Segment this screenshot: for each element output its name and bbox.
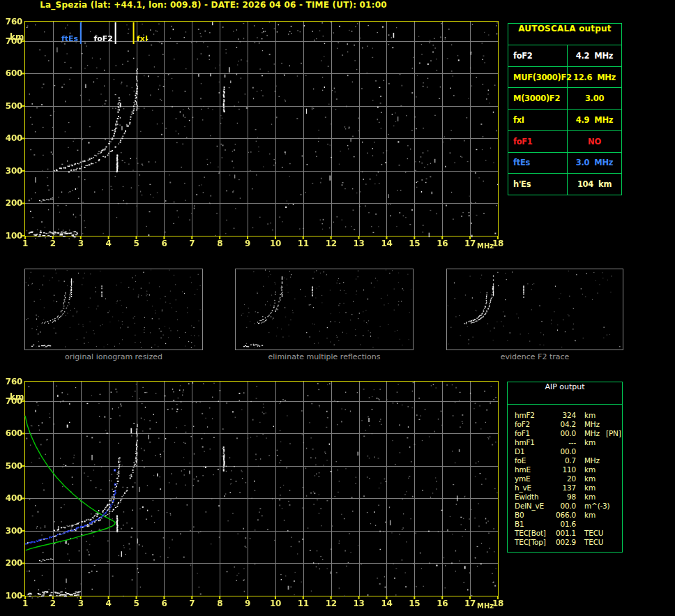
x-axis-tick-label: 2 (45, 239, 61, 248)
autoscala-row: M(3000)F23.00 (508, 88, 621, 110)
parameter-name: hmF2 (515, 411, 551, 419)
parameter-unit: MHz (594, 158, 613, 167)
x-axis-tick-label: 9 (240, 599, 255, 608)
parameter-name: Ewidth (515, 493, 551, 501)
parameter-unit: TECU (584, 538, 606, 546)
aip-row: TEC[Top]002.9TECU (508, 537, 622, 546)
parameter-name: B0 (515, 511, 551, 519)
parameter-name: TEC[Top] (515, 538, 551, 546)
parameter-unit: km (584, 411, 606, 419)
parameter-value: 104 (577, 179, 593, 189)
fxi-marker-label: fxI (137, 34, 158, 43)
parameter-value: 00.0 (551, 429, 576, 437)
x-axis-tick-label: 10 (268, 599, 283, 608)
thumbnail-evidence-f2 (446, 269, 623, 350)
parameter-name: B1 (515, 520, 551, 528)
parameter-unit: MHz (584, 420, 606, 428)
autoscala-row: foF1NO (508, 131, 621, 153)
parameter-value: 00.0 (551, 447, 576, 456)
parameter-value: 12.6 (573, 73, 592, 82)
parameter-name: foF1 (515, 429, 551, 437)
thumbnail-caption: eliminate multiple reflections (235, 352, 414, 362)
parameter-name: D1 (515, 447, 551, 456)
parameter-value: 01.6 (551, 520, 576, 528)
parameter-value-cell: NO (568, 137, 621, 147)
x-axis-tick-label: 1 (17, 239, 33, 248)
parameter-value: 001.1 (551, 529, 576, 537)
y-axis-tick-label: 500 (3, 461, 22, 471)
aip-row: hmF2324km (508, 410, 622, 419)
parameter-unit: MHz (584, 456, 606, 465)
aip-panel-title: AIP output (508, 382, 622, 405)
aip-rows: hmF2324kmfoF204.2MHzfoF100.0MHz[PN]hmF1-… (508, 405, 622, 546)
x-axis-tick-label: 6 (156, 599, 172, 608)
y-axis-tick-label: 300 (3, 526, 22, 536)
parameter-value: 066.0 (551, 511, 576, 519)
y-axis-tick-label: 760 (3, 377, 22, 386)
x-axis-tick-label: 10 (268, 239, 283, 248)
x-axis-tick-label: 14 (379, 239, 394, 248)
x-axis-tick-label: 8 (212, 239, 227, 248)
x-axis-tick-label: 11 (296, 239, 311, 248)
x-axis-tick-label: 13 (351, 239, 367, 248)
parameter-value-cell: 12.6MHz (568, 73, 621, 82)
aip-row: ymE20km (508, 474, 622, 483)
x-axis-tick-label: 4 (101, 599, 116, 608)
parameter-value-cell: 3.00 (568, 93, 621, 103)
parameter-name: TEC[Bot] (515, 529, 551, 537)
aip-output-panel: AIP output hmF2324kmfoF204.2MHzfoF100.0M… (507, 382, 623, 553)
autoscala-screen: La_Spezia (lat: +44.1, lon: 009.8) - DAT… (0, 0, 675, 616)
autoscala-panel-title: AUTOSCALA output (508, 24, 621, 45)
x-axis-tick-label: 14 (379, 599, 394, 608)
aip-row: B0066.0km (508, 510, 622, 519)
parameter-value: 98 (551, 493, 576, 501)
y-axis-tick-label: 600 (3, 68, 22, 78)
parameter-value: 137 (551, 483, 576, 492)
y-axis-tick-label: 300 (3, 166, 22, 176)
top-ionogram-canvas (21, 17, 502, 240)
x-axis-tick-label: 7 (184, 599, 199, 608)
x-axis-unit-label: MHz (477, 242, 494, 250)
parameter-unit: km (584, 483, 606, 492)
parameter-name: foF1 (508, 131, 568, 152)
parameter-name: fxI (508, 110, 568, 130)
parameter-name: hmE (515, 465, 551, 474)
parameter-unit: km (584, 474, 606, 483)
parameter-unit: MHz (594, 115, 613, 125)
fof2-marker-label: foF2 (90, 34, 113, 43)
y-axis-unit-label: km (10, 32, 24, 42)
y-axis-tick-label: 600 (3, 428, 22, 438)
aip-row: foE0.7MHz (508, 456, 622, 465)
thumbnail-caption: original ionogram resized (24, 352, 203, 362)
parameter-value: 324 (551, 411, 576, 419)
parameter-value: --- (551, 438, 576, 446)
x-axis-tick-label: 3 (73, 239, 89, 248)
thumbnail-eliminate-reflections (235, 269, 414, 350)
autoscala-row: foF24.2MHz (508, 45, 621, 67)
parameter-name: MUF(3000)F2 (508, 67, 568, 88)
autoscala-row: ftEs3.0MHz (508, 153, 621, 174)
autoscala-row: fxI4.9MHz (508, 110, 621, 131)
parameter-value: 0.7 (551, 456, 576, 465)
x-axis-tick-label: 12 (324, 239, 339, 248)
y-axis-tick-label: 500 (3, 101, 22, 111)
parameter-unit: TECU (584, 529, 606, 537)
x-axis-tick-label: 6 (156, 239, 172, 248)
aip-row: TEC[Bot]001.1TECU (508, 528, 622, 537)
parameter-value: 4.2 (576, 51, 589, 61)
parameter-unit: m^(-3) (584, 502, 606, 510)
x-axis-tick-label: 12 (324, 599, 339, 608)
parameter-unit: km (584, 438, 606, 446)
parameter-unit: MHz (584, 429, 606, 437)
aip-row: D100.0 (508, 446, 622, 456)
parameter-name: hmF1 (515, 438, 551, 446)
parameter-name: foE (515, 456, 551, 465)
x-axis-unit-label: MHz (477, 602, 494, 610)
parameter-name: foF2 (508, 45, 568, 66)
parameter-name: foF2 (515, 420, 551, 428)
thumbnail-caption: evidence F2 trace (446, 352, 623, 362)
y-axis-tick-label: 200 (3, 198, 22, 208)
parameter-value: 04.2 (551, 420, 576, 428)
parameter-unit: km (584, 465, 606, 474)
aip-row: DelN_vE00.0m^(-3) (508, 501, 622, 510)
